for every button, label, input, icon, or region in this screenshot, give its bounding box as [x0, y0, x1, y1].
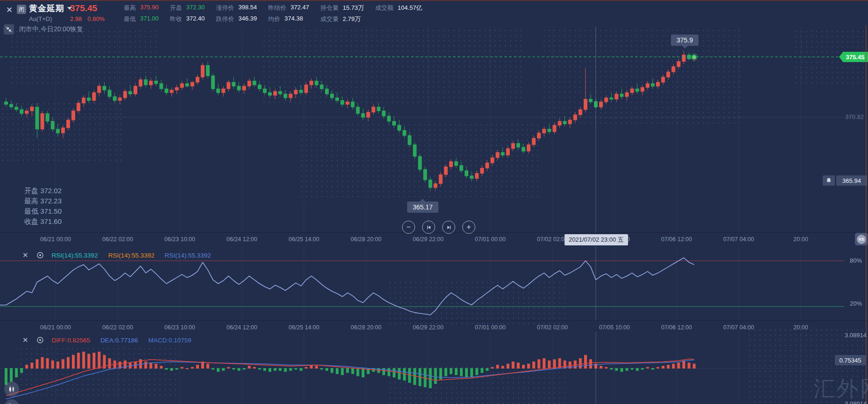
crosshair-date-label: 2021/07/02 23:00 五: [565, 234, 628, 245]
time-label: 06/29 22:00: [413, 324, 444, 331]
right-session-line: [866, 25, 867, 404]
stat-item: 最高375.90: [124, 4, 159, 12]
rsi-lower-label: 20%: [850, 300, 862, 307]
stat-column: 成交额104.57亿: [375, 4, 423, 23]
stat-column: 开盘372.30昨收372.40: [170, 4, 205, 23]
stats-panel: 最高375.90最低371.00开盘372.30昨收372.40涨停价398.5…: [124, 4, 422, 23]
stat-column: 昨结价372.47均价374.38: [268, 4, 309, 23]
rsi-value-label: RSI(14):55.3392: [165, 252, 211, 259]
ohlc-tooltip: 开盘 372.02 最高 372.23 最低 371.50 收盘 371.60: [24, 186, 62, 227]
zoom-out-button[interactable]: −: [402, 221, 415, 234]
skip-end-button[interactable]: [442, 221, 455, 234]
rsi-close-icon[interactable]: ✕: [22, 251, 28, 259]
market-status-badge: 闭: [17, 5, 26, 14]
price-block: 375.45 2.98 0.80%: [70, 3, 105, 22]
grid-price-label: 370.82: [831, 113, 864, 120]
alert-price-label: 365.94: [836, 175, 867, 186]
time-label: 06/24 12:00: [226, 236, 257, 243]
current-price-tag: 375.45: [839, 52, 868, 62]
stat-item: 均价374.38: [268, 15, 309, 23]
vs-label: VS: [857, 235, 866, 244]
time-label: 20:00: [793, 324, 808, 331]
high-marker-tooltip: 375.9: [671, 35, 699, 46]
time-label: 07/06 12:00: [661, 324, 692, 331]
stat-item: 成交额104.57亿: [375, 4, 423, 12]
time-label: 06/22 02:00: [102, 324, 133, 331]
time-label: 07/01 00:00: [475, 236, 506, 243]
macd-close-icon[interactable]: ✕: [22, 336, 28, 344]
time-label: 06/23 10:00: [164, 236, 195, 243]
stat-column: 持仓量15.73万成交量2.79万: [320, 4, 364, 23]
time-label: 07/06 12:00: [661, 236, 692, 243]
stat-item: 跌停价346.39: [216, 15, 257, 23]
instrument-code: Au(T+D): [29, 15, 72, 22]
time-label: 06/29 22:00: [413, 236, 444, 243]
close-icon[interactable]: ✕: [5, 6, 14, 15]
instrument-title[interactable]: 黄金延期: [29, 3, 64, 14]
time-axis-main: 20:0007/07 04:0007/06 12:0007/05 10:0007…: [0, 232, 868, 246]
time-label: 06/23 10:00: [164, 324, 195, 331]
rsi-upper-label: 80%: [850, 257, 862, 264]
time-label: 20:00: [793, 236, 808, 243]
time-label: 06/22 02:00: [102, 236, 133, 243]
macd-settings-icon[interactable]: [36, 336, 44, 344]
stat-column: 最高375.90最低371.00: [124, 4, 159, 23]
macd-value-label: DEA:0.77186: [100, 337, 138, 344]
header: ✕ 闭 黄金延期 Au(T+D) 375.45 2.98 0.80% 最高375…: [0, 1, 868, 25]
stat-item: 涨停价398.54: [216, 4, 257, 12]
price-alert[interactable]: 365.94: [823, 175, 867, 186]
macd-value-label: DIFF:0.82565: [52, 337, 91, 344]
instrument-block[interactable]: 黄金延期 Au(T+D): [29, 3, 72, 22]
time-label: 07/02 02:00: [537, 236, 568, 243]
time-label: 07/02 02:00: [537, 324, 568, 331]
stat-item: 最低371.00: [124, 15, 159, 23]
zoom-in-button[interactable]: +: [462, 221, 475, 234]
rsi-value-label: RSI(14):55.3392: [108, 252, 155, 259]
time-label: 06/24 12:00: [226, 324, 257, 331]
bell-icon[interactable]: [823, 175, 835, 186]
time-label: 06/28 20:00: [351, 324, 381, 331]
macd-max-label: 3.08914: [834, 332, 867, 339]
stat-item: 昨收372.40: [170, 15, 205, 23]
macd-mid-badge: 0.75345: [835, 355, 866, 365]
time-label: 07/07 04:00: [723, 324, 754, 331]
time-label: 06/25 14:00: [289, 236, 319, 243]
macd-value-label: MACD:0.10759: [148, 337, 191, 344]
time-label: 06/21 00:00: [40, 236, 71, 243]
time-label: 07/01 00:00: [475, 324, 506, 331]
time-label: 07/07 04:00: [723, 236, 754, 243]
chart-type-button[interactable]: [4, 382, 19, 397]
rsi-header: ✕ RSI(14):55.3392RSI(14):55.3392RSI(14):…: [22, 251, 211, 259]
chart-nav-buttons: − +: [402, 221, 475, 234]
last-price: 375.45: [70, 3, 105, 14]
watermark: 汇外网: [813, 374, 868, 404]
time-label: 06/21 00:00: [40, 324, 71, 331]
price-change: 2.98: [70, 15, 82, 22]
rsi-settings-icon[interactable]: [36, 251, 44, 259]
time-label: 06/28 20:00: [351, 236, 381, 243]
stat-column: 涨停价398.54跌停价346.39: [216, 4, 257, 23]
time-label: 07/05 10:00: [599, 324, 630, 331]
macd-header: ✕ DIFF:0.82565DEA:0.77186MACD:0.10759: [22, 336, 191, 344]
stat-item: 成交量2.79万: [320, 15, 364, 23]
low-marker-tooltip: 365.17: [407, 202, 438, 213]
stat-item: 昨结价372.47: [268, 4, 309, 12]
skip-start-button[interactable]: [422, 221, 435, 234]
price-change-pct: 0.80%: [87, 15, 105, 22]
trading-terminal: ✕ 闭 黄金延期 Au(T+D) 375.45 2.98 0.80% 最高375…: [0, 0, 868, 404]
rsi-value-label: RSI(14):55.3392: [52, 252, 98, 259]
stat-item: 开盘372.30: [170, 4, 205, 12]
stat-item: 持仓量15.73万: [320, 4, 364, 12]
time-label: 06/25 14:00: [289, 324, 319, 331]
